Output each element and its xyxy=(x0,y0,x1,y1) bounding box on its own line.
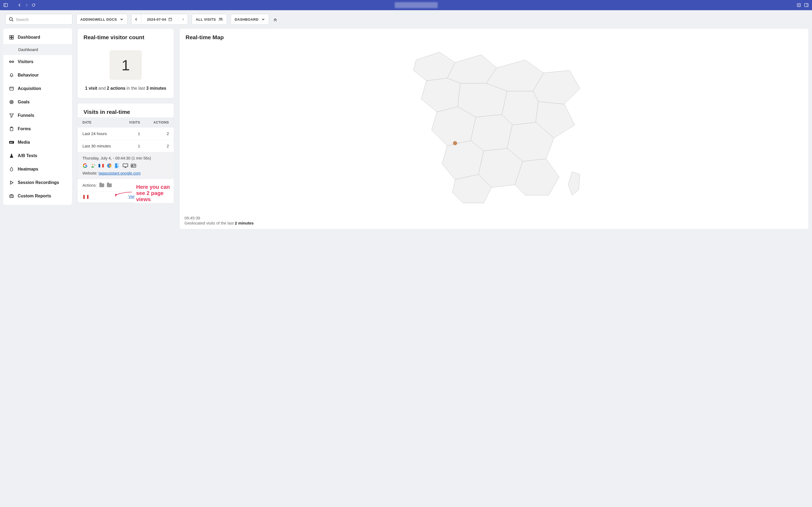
panel-right-icon[interactable] xyxy=(804,3,809,7)
svg-point-44 xyxy=(116,165,117,165)
finder-icon xyxy=(115,163,120,168)
window-icon xyxy=(9,86,14,91)
sidebar-item-label: Session Recordings xyxy=(18,180,59,185)
col-visits: VISITS xyxy=(121,117,145,127)
date-next-button[interactable] xyxy=(178,14,188,24)
sidebar-item-label: Forms xyxy=(18,126,31,131)
search-field[interactable] xyxy=(16,17,69,22)
segment-label: ALL VISITS xyxy=(196,17,216,21)
sidebar-sub-dashboard[interactable]: Dashboard xyxy=(3,44,72,55)
sidebar-item-label: Funnels xyxy=(18,113,34,118)
users-icon xyxy=(219,17,223,21)
svg-rect-43 xyxy=(117,163,120,168)
view-log-link[interactable]: View detailed visits log xyxy=(128,194,169,199)
user-returning-icon xyxy=(91,163,96,168)
card-title: Visits in real-time xyxy=(77,103,174,117)
search-input[interactable] xyxy=(5,14,72,25)
svg-rect-5 xyxy=(805,3,808,7)
sidebar-item-forms[interactable]: Forms xyxy=(3,122,72,135)
visit-detail-block: Thursday, July 4, - 09:44:30 (1 min 56s) xyxy=(77,152,174,179)
svg-rect-31 xyxy=(12,142,12,143)
table-row[interactable]: Last 30 minutes 1 2 xyxy=(77,140,174,152)
col-actions: ACTIONS xyxy=(145,117,174,127)
sidebar-item-label: Visitors xyxy=(18,59,33,64)
collapse-up-button[interactable] xyxy=(273,17,278,22)
extension-icon[interactable] xyxy=(797,3,801,7)
sidebar-item-custom-reports[interactable]: Custom Reports xyxy=(3,189,72,203)
table-row[interactable]: Last 24 hours 1 2 xyxy=(77,127,174,140)
svg-point-26 xyxy=(11,102,12,102)
svg-point-20 xyxy=(12,61,14,63)
pageview-icon[interactable] xyxy=(99,183,104,187)
visit-icon-row xyxy=(82,163,169,168)
search-icon xyxy=(9,17,14,22)
date-text: 2024-07-04 xyxy=(147,17,167,21)
date-selector: 2024-07-04 xyxy=(131,14,188,25)
svg-rect-32 xyxy=(10,195,13,198)
sidebar-toggle-icon[interactable] xyxy=(3,3,8,7)
pageview-icon[interactable] xyxy=(107,183,112,187)
chrome-icon xyxy=(107,163,112,168)
sidebar-sub-label: Dashboard xyxy=(18,47,38,52)
date-display[interactable]: 2024-07-04 xyxy=(144,17,176,21)
visitor-dot[interactable] xyxy=(453,141,457,145)
actions-row: Actions: xyxy=(77,179,174,191)
svg-point-19 xyxy=(9,61,11,63)
realtime-visitor-count-card: Real-time visitor count 1 1 visit and 2 … xyxy=(77,29,174,98)
back-icon[interactable] xyxy=(17,3,22,7)
col-date: DATE xyxy=(77,117,121,127)
sidebar-item-behaviour[interactable]: Behaviour xyxy=(3,68,72,82)
chevron-down-icon xyxy=(120,17,123,21)
svg-rect-17 xyxy=(10,38,11,39)
funnel-icon xyxy=(9,113,14,118)
site-selector[interactable]: ADDINGWELL DOCS xyxy=(76,14,127,25)
map-container[interactable] xyxy=(180,43,809,216)
visit-timestamp: Thursday, July 4, - 09:44:30 (1 min 56s) xyxy=(82,156,169,160)
reload-icon[interactable] xyxy=(31,3,36,7)
sidebar-item-label: Goals xyxy=(18,100,30,105)
svg-point-35 xyxy=(92,164,94,165)
bell-icon xyxy=(9,73,14,77)
date-prev-button[interactable] xyxy=(131,14,141,24)
sidebar-item-goals[interactable]: Goals xyxy=(3,95,72,109)
visits-card-footer: ❚❚ View detailed visits log xyxy=(77,191,174,203)
sidebar-item-media[interactable]: Media xyxy=(3,135,72,149)
actions-label: Actions: xyxy=(82,183,97,187)
sidebar-item-visitors[interactable]: Visitors xyxy=(3,55,72,68)
sidebar-item-session-recordings[interactable]: Session Recordings xyxy=(3,176,72,189)
sidebar-item-ab-tests[interactable]: A/B Tests xyxy=(3,149,72,163)
svg-rect-29 xyxy=(10,142,10,143)
sidebar-item-heatmaps[interactable]: Heatmaps xyxy=(3,163,72,176)
segment-selector[interactable]: ALL VISITS xyxy=(192,14,227,25)
forward-icon xyxy=(24,3,29,7)
clipboard-icon xyxy=(9,126,14,131)
pause-button[interactable]: ❚❚ xyxy=(82,194,90,199)
svg-rect-46 xyxy=(123,164,128,167)
chevron-down-icon xyxy=(261,17,265,21)
sidebar-nav: Dashboard Dashboard Visitors Behaviour A… xyxy=(3,29,72,205)
website-link[interactable]: tagassistant.google.com xyxy=(99,171,140,175)
svg-rect-15 xyxy=(10,36,11,37)
browser-bar xyxy=(0,0,812,10)
target-icon xyxy=(9,100,14,105)
sidebar-item-acquisition[interactable]: Acquisition xyxy=(3,82,72,95)
url-bar[interactable] xyxy=(395,2,438,8)
svg-rect-0 xyxy=(4,3,7,7)
svg-rect-16 xyxy=(12,36,13,37)
dashboard-icon xyxy=(9,35,14,40)
visits-realtime-card: Visits in real-time DATE VISITS ACTIONS … xyxy=(77,103,174,203)
sidebar-item-label: Behaviour xyxy=(18,73,39,77)
flag-fr-icon xyxy=(99,163,104,168)
sidebar-item-dashboard[interactable]: Dashboard xyxy=(3,31,72,44)
site-label: ADDINGWELL DOCS xyxy=(80,17,117,21)
play-icon xyxy=(9,180,14,185)
desktop-icon xyxy=(123,163,128,168)
svg-rect-9 xyxy=(169,18,172,21)
svg-point-13 xyxy=(219,18,221,19)
media-icon xyxy=(9,140,14,145)
map-footer: 09:45:39 Geolocated visits of the last 2… xyxy=(180,216,809,229)
sidebar-item-label: A/B Tests xyxy=(18,153,37,158)
sidebar-item-funnels[interactable]: Funnels xyxy=(3,109,72,122)
svg-line-8 xyxy=(12,20,13,21)
dashboard-selector[interactable]: DASHBOARD xyxy=(231,14,269,25)
